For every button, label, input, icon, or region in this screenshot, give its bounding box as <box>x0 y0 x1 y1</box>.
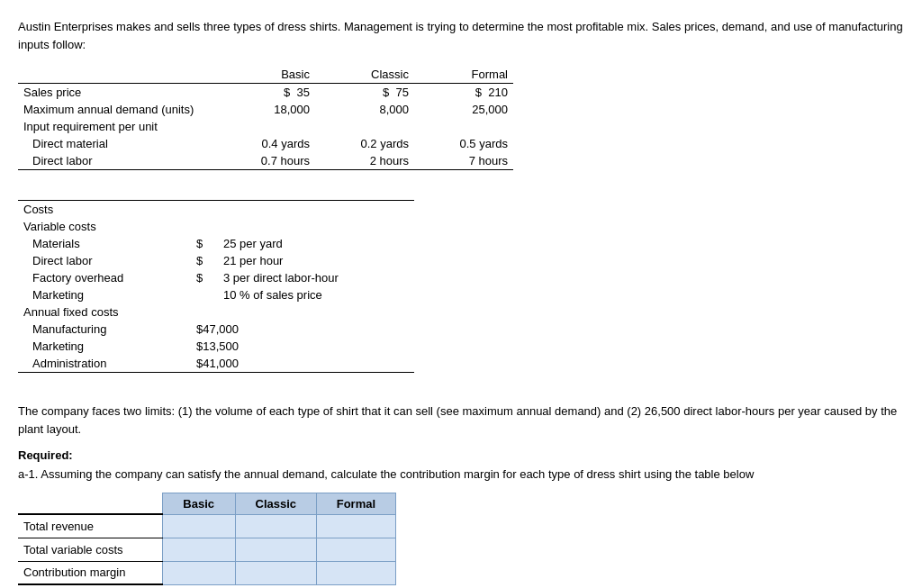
vc-direct-labor-dollar: $ <box>191 252 218 269</box>
row-sales-price-formal: $ 210 <box>414 84 513 102</box>
row-direct-material-basic: 0.4 yards <box>216 135 315 152</box>
costs-section: Costs Variable costs Materials $ 25 per … <box>18 200 904 373</box>
cm-header-classic: Classic <box>235 493 316 514</box>
vc-factory-overhead-label: Factory overhead <box>18 269 191 286</box>
cm-header-formal: Formal <box>316 493 395 514</box>
row-direct-material-formal: 0.5 yards <box>414 135 513 152</box>
vc-marketing-dollar <box>191 286 218 303</box>
fc-manufacturing-label: Manufacturing <box>18 321 191 338</box>
row-demand-classic: 8,000 <box>315 101 414 118</box>
cm-contribution-margin-formal[interactable] <box>316 561 395 584</box>
variable-costs-title: Variable costs <box>18 218 414 235</box>
cm-contribution-margin-label: Contribution margin <box>18 561 162 584</box>
row-demand-basic: 18,000 <box>216 101 315 118</box>
cm-total-vc-classic[interactable] <box>235 538 316 561</box>
vc-materials-label: Materials <box>18 235 191 252</box>
fc-marketing-value: $13,500 <box>191 338 414 355</box>
row-direct-labor-classic: 2 hours <box>315 152 414 170</box>
row-direct-material-classic: 0.2 yards <box>315 135 414 152</box>
costs-title: Costs <box>18 201 414 219</box>
vc-factory-overhead-dollar: $ <box>191 269 218 286</box>
cm-total-revenue-classic[interactable] <box>235 514 316 538</box>
fc-administration-value: $41,000 <box>191 355 414 373</box>
cm-total-vc-formal[interactable] <box>316 538 395 561</box>
col-header-basic: Basic <box>216 66 315 84</box>
row-direct-material-label: Direct material <box>18 135 216 152</box>
cm-row-total-variable-costs: Total variable costs <box>18 538 396 561</box>
contribution-margin-table: Basic Classic Formal Total revenue Total… <box>18 493 396 586</box>
cm-row-contribution-margin: Contribution margin <box>18 561 396 584</box>
required-section: Required: a-1. Assuming the company can … <box>18 448 904 588</box>
row-direct-labor-basic: 0.7 hours <box>216 152 315 170</box>
row-sales-price-label: Sales price <box>18 84 216 102</box>
required-label: Required: <box>18 448 904 462</box>
costs-table: Costs Variable costs Materials $ 25 per … <box>18 200 414 373</box>
annual-fixed-title: Annual fixed costs <box>18 303 414 321</box>
cm-contribution-margin-classic[interactable] <box>235 561 316 584</box>
fc-administration-label: Administration <box>18 355 191 373</box>
cm-total-revenue-label: Total revenue <box>18 514 162 538</box>
cm-total-revenue-basic[interactable] <box>162 514 235 538</box>
row-sales-price-basic: $ 35 <box>216 84 315 102</box>
row-sales-price-classic: $ 75 <box>315 84 414 102</box>
row-input-req-label: Input requirement per unit <box>18 118 216 135</box>
limits-paragraph: The company faces two limits: (1) the vo… <box>18 403 904 438</box>
cm-total-variable-costs-label: Total variable costs <box>18 538 162 561</box>
row-direct-labor-formal: 7 hours <box>414 152 513 170</box>
col-header-classic: Classic <box>315 66 414 84</box>
vc-materials-value: 25 per yard <box>218 235 414 252</box>
vc-marketing-label: Marketing <box>18 286 191 303</box>
col-header-formal: Formal <box>414 66 513 84</box>
a1-label: a-1. Assuming the company can satisfy th… <box>18 466 904 484</box>
cm-row-total-revenue: Total revenue <box>18 514 396 538</box>
fc-marketing-label: Marketing <box>18 338 191 355</box>
vc-marketing-value: 10 % of sales price <box>218 286 414 303</box>
vc-factory-overhead-value: 3 per direct labor-hour <box>218 269 414 286</box>
cm-total-vc-basic[interactable] <box>162 538 235 561</box>
vc-materials-dollar: $ <box>191 235 218 252</box>
cm-header-basic: Basic <box>162 493 235 514</box>
info-table: Basic Classic Formal Sales price $ 35 $ … <box>18 66 513 170</box>
cm-contribution-margin-basic[interactable] <box>162 561 235 584</box>
intro-text: Austin Enterprises makes and sells three… <box>18 18 904 53</box>
row-direct-labor-label: Direct labor <box>18 152 216 170</box>
cm-total-revenue-formal[interactable] <box>316 514 395 538</box>
row-demand-label: Maximum annual demand (units) <box>18 101 216 118</box>
vc-direct-labor-value: 21 per hour <box>218 252 414 269</box>
vc-direct-labor-label: Direct labor <box>18 252 191 269</box>
row-demand-formal: 25,000 <box>414 101 513 118</box>
fc-manufacturing-value: $47,000 <box>191 321 414 338</box>
